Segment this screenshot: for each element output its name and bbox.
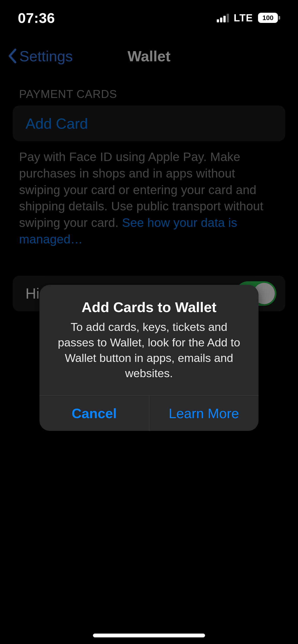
battery-icon: 100: [258, 13, 280, 23]
learn-more-button[interactable]: Learn More: [149, 396, 259, 431]
back-button[interactable]: Settings: [8, 38, 73, 74]
alert-dialog: Add Cards to Wallet To add cards, keys, …: [39, 285, 259, 431]
add-card-button[interactable]: Add Card: [13, 106, 285, 141]
status-indicators: LTE 100: [217, 12, 280, 24]
add-card-label: Add Card: [25, 115, 88, 132]
status-time: 07:36: [18, 10, 55, 26]
payment-footer: Pay with Face ID using Apple Pay. Make p…: [13, 141, 285, 248]
alert-title: Add Cards to Wallet: [52, 299, 246, 315]
page-title: Wallet: [128, 48, 171, 65]
battery-level: 100: [262, 14, 273, 22]
alert-actions: Cancel Learn More: [39, 395, 259, 431]
home-indicator[interactable]: [93, 634, 205, 637]
alert-message: To add cards, keys, tickets and passes t…: [52, 319, 246, 381]
chevron-left-icon: [8, 49, 17, 63]
cancel-button[interactable]: Cancel: [39, 396, 149, 431]
payment-cards-header: PAYMENT CARDS: [13, 88, 285, 106]
status-bar: 07:36 LTE 100: [0, 0, 298, 36]
back-label: Settings: [19, 48, 73, 65]
network-type: LTE: [234, 12, 253, 24]
nav-bar: Settings Wallet: [0, 38, 298, 74]
cellular-signal-icon: [217, 13, 229, 22]
settings-content: PAYMENT CARDS Add Card Pay with Face ID …: [0, 88, 298, 311]
